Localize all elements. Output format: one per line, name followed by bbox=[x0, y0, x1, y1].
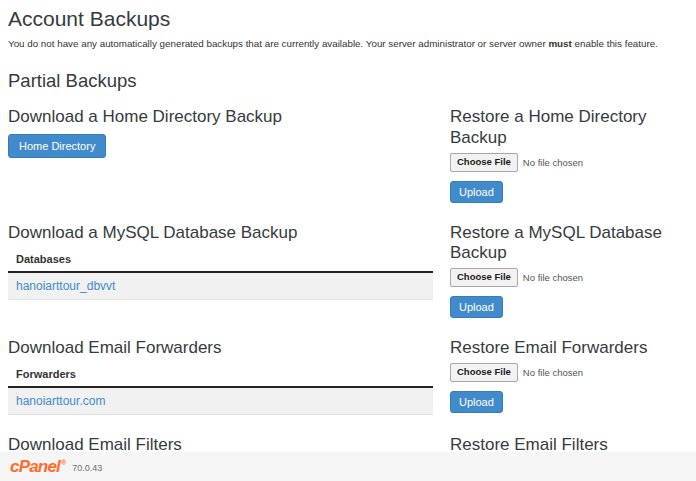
download-mysql-heading: Download a MySQL Database Backup bbox=[8, 223, 450, 243]
trademark-icon: ® bbox=[61, 459, 66, 466]
restore-mysql-heading: Restore a MySQL Database Backup bbox=[450, 223, 686, 264]
section-mysql-database: Download a MySQL Database Backup Databas… bbox=[8, 223, 686, 318]
cpanel-logo: cPanel® bbox=[10, 458, 65, 475]
restore-home-directory-column: Restore a Home Directory Backup Choose F… bbox=[450, 107, 686, 202]
footer: cPanel® 70.0.43 bbox=[0, 452, 696, 481]
backups-notice: You do not have any automatically genera… bbox=[8, 38, 686, 49]
file-status-text: No file chosen bbox=[523, 157, 583, 168]
choose-file-button[interactable]: Choose File bbox=[450, 363, 518, 381]
cpanel-version: 70.0.43 bbox=[72, 463, 102, 473]
database-link[interactable]: hanoiarttour_dbvvt bbox=[16, 279, 115, 293]
forwarder-link[interactable]: hanoiarttour.com bbox=[16, 394, 105, 408]
choose-file-button[interactable]: Choose File bbox=[450, 268, 518, 286]
restore-forwarders-heading: Restore Email Forwarders bbox=[450, 338, 686, 358]
page-title: Account Backups bbox=[8, 6, 686, 31]
restore-mysql-column: Restore a MySQL Database Backup Choose F… bbox=[450, 223, 686, 318]
databases-table-header: Databases bbox=[8, 250, 433, 273]
upload-forwarders-button[interactable]: Upload bbox=[450, 391, 503, 413]
home-directory-button[interactable]: Home Directory bbox=[8, 134, 106, 158]
file-input-home-directory: Choose File No file chosen bbox=[450, 153, 686, 171]
download-forwarders-heading: Download Email Forwarders bbox=[8, 338, 450, 358]
forwarders-table: Forwarders hanoiarttour.com bbox=[8, 365, 433, 415]
download-home-directory-column: Download a Home Directory Backup Home Di… bbox=[8, 107, 450, 157]
download-forwarders-column: Download Email Forwarders Forwarders han… bbox=[8, 338, 450, 415]
notice-text-bold: must bbox=[548, 38, 571, 49]
file-status-text: No file chosen bbox=[523, 367, 583, 378]
upload-home-directory-button[interactable]: Upload bbox=[450, 181, 503, 203]
download-mysql-column: Download a MySQL Database Backup Databas… bbox=[8, 223, 450, 300]
page-content: Account Backups You do not have any auto… bbox=[0, 0, 696, 481]
forwarders-table-header: Forwarders bbox=[8, 365, 433, 388]
download-home-directory-heading: Download a Home Directory Backup bbox=[8, 107, 450, 127]
file-status-text: No file chosen bbox=[523, 272, 583, 283]
cpanel-logo-text: cPanel bbox=[10, 457, 60, 476]
databases-table: Databases hanoiarttour_dbvvt bbox=[8, 250, 433, 300]
table-row: hanoiarttour_dbvvt bbox=[8, 273, 433, 300]
partial-backups-heading: Partial Backups bbox=[8, 70, 686, 92]
restore-forwarders-column: Restore Email Forwarders Choose File No … bbox=[450, 338, 686, 413]
table-row: hanoiarttour.com bbox=[8, 388, 433, 415]
file-input-mysql: Choose File No file chosen bbox=[450, 268, 686, 286]
section-email-forwarders: Download Email Forwarders Forwarders han… bbox=[8, 338, 686, 415]
section-home-directory: Download a Home Directory Backup Home Di… bbox=[8, 107, 686, 202]
notice-text-pre: You do not have any automatically genera… bbox=[8, 38, 548, 49]
upload-mysql-button[interactable]: Upload bbox=[450, 296, 503, 318]
file-input-forwarders: Choose File No file chosen bbox=[450, 363, 686, 381]
restore-home-directory-heading: Restore a Home Directory Backup bbox=[450, 107, 686, 148]
notice-text-post: enable this feature. bbox=[572, 38, 658, 49]
choose-file-button[interactable]: Choose File bbox=[450, 153, 518, 171]
